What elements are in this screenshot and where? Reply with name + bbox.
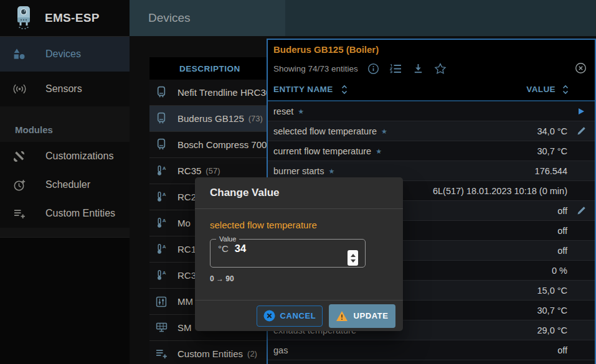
topbar-active-tab[interactable]: Devices	[130, 0, 285, 36]
sidebar-item-custom-entities[interactable]: Custom Entities	[0, 199, 130, 228]
value-field[interactable]: Value °C 34	[210, 235, 366, 268]
svg-text:A: A	[162, 218, 166, 223]
device-name: SM	[177, 322, 192, 333]
device-name: Buderus GB125	[177, 113, 244, 124]
svg-text:A: A	[162, 192, 166, 197]
thermostat-icon: A	[154, 269, 169, 281]
app-title: EMS-ESP	[45, 11, 100, 25]
stepper-down-icon[interactable]	[351, 259, 356, 263]
sensors-icon	[11, 84, 27, 94]
column-entity-name: ENTITY NAME	[273, 85, 333, 94]
entity-value: off	[557, 226, 567, 236]
device-name: Bosch Compress 700	[177, 139, 267, 150]
entity-row[interactable]: current flow temperature★30,7 °C	[268, 141, 595, 161]
thermostat-icon: A	[154, 243, 169, 255]
device-entity-count: (73)	[248, 114, 263, 123]
page-title: Devices	[148, 11, 191, 25]
entity-panel-toolbar: Showing 74/73 entities	[268, 58, 595, 78]
entity-value: 15,0 °C	[537, 286, 567, 296]
warning-icon	[336, 310, 348, 322]
entity-name: selected flow temperature★	[273, 126, 537, 136]
svg-text:A: A	[162, 270, 166, 276]
entity-value: 29,0 °C	[537, 325, 567, 335]
favorite-star-icon: ★	[381, 128, 387, 135]
sidebar-nav-modules: CustomizationsSchedulerCustom Entities	[0, 142, 130, 228]
thermostat-icon: A	[154, 217, 169, 229]
entity-name: gas	[273, 345, 557, 355]
download-icon[interactable]	[412, 63, 424, 75]
entity-value: 30,7 °C	[537, 306, 567, 315]
change-value-dialog: Change Value selected flow temperature V…	[195, 177, 403, 331]
list-plus-icon	[11, 208, 27, 219]
sidebar-item-customizations[interactable]: Customizations	[0, 142, 130, 170]
sidebar-footer-area	[0, 237, 130, 364]
mixer-icon	[154, 296, 169, 307]
entity-panel-title: Buderus GB125 (Boiler)	[268, 40, 595, 58]
sidebar-item-label: Devices	[45, 49, 81, 60]
topbar-background: Devices	[130, 0, 596, 36]
boiler-logo-icon	[12, 4, 35, 32]
sidebar-item-devices[interactable]: Devices	[0, 37, 130, 72]
thermostat-icon: A	[154, 191, 169, 203]
boiler-icon	[154, 112, 169, 125]
device-name: RC1	[177, 244, 196, 254]
cancel-circle-icon	[263, 310, 275, 322]
entity-table-header-row: ENTITY NAME VALUE	[268, 78, 595, 101]
device-name: Custom Entities	[177, 348, 243, 359]
entity-value: off	[557, 345, 567, 355]
thermostat-icon: A	[154, 165, 169, 177]
entity-row[interactable]: gasoff	[268, 340, 595, 360]
device-name: RC2	[177, 192, 196, 202]
close-icon[interactable]	[575, 62, 587, 74]
clock-plus-icon	[11, 179, 27, 192]
favorite-star-icon: ★	[376, 147, 382, 155]
number-stepper[interactable]	[348, 250, 358, 266]
topbar: EMS-ESP Devices	[0, 0, 596, 36]
device-name: Nefit Trendline HRC30	[177, 87, 271, 98]
sort-icon[interactable]	[341, 85, 348, 95]
entity-name: current flow temperature★	[273, 146, 537, 156]
entity-row[interactable]: selected flow temperature★34,0 °C	[268, 121, 595, 141]
entity-value: off	[557, 246, 567, 256]
device-entity-count: (2)	[247, 349, 257, 358]
list-numbered-icon[interactable]	[389, 63, 402, 74]
device-name: MM	[177, 296, 193, 307]
entity-value: 30,7 °C	[537, 146, 567, 156]
update-button[interactable]: UPDATE	[329, 304, 395, 328]
sidebar: DevicesSensors Modules CustomizationsSch…	[0, 36, 130, 364]
sidebar-item-sensors[interactable]: Sensors	[0, 72, 130, 106]
shapes-icon	[11, 48, 27, 60]
pencil-icon[interactable]	[567, 126, 595, 136]
favorite-star-icon: ★	[298, 108, 304, 115]
dialog-footer: CANCEL UPDATE	[195, 300, 403, 331]
toolbar-icons	[367, 63, 447, 75]
sidebar-item-label: Scheduler	[45, 179, 90, 190]
solar-icon	[154, 322, 169, 334]
list-plus-icon	[154, 348, 169, 359]
svg-text:A: A	[162, 166, 166, 171]
entity-row[interactable]: reset★	[268, 101, 595, 121]
value-unit: °C	[218, 243, 229, 254]
boiler-icon	[154, 138, 169, 151]
value-input[interactable]: 34	[235, 243, 246, 254]
sidebar-item-label: Sensors	[45, 83, 82, 95]
play-icon[interactable]	[567, 108, 595, 115]
info-icon[interactable]	[367, 63, 379, 75]
cancel-button[interactable]: CANCEL	[257, 306, 323, 327]
dialog-body: selected flow temperature Value °C 34 0 …	[195, 209, 403, 283]
device-name: Mo	[177, 218, 191, 228]
pencil-icon[interactable]	[567, 206, 595, 215]
device-name: RC3	[177, 270, 196, 281]
sort-icon[interactable]	[562, 85, 569, 95]
favorite-star-icon: ★	[328, 167, 334, 175]
entity-name: burner starts★	[273, 166, 535, 176]
value-range-hint: 0 → 90	[210, 274, 388, 283]
sidebar-item-scheduler[interactable]: Scheduler	[0, 170, 130, 199]
column-value: VALUE	[526, 85, 556, 94]
sidebar-nav-main: DevicesSensors	[0, 37, 130, 106]
tools-icon	[11, 150, 27, 162]
entity-value: 34,0 °C	[537, 126, 567, 136]
stepper-up-icon[interactable]	[351, 254, 356, 257]
star-outline-icon[interactable]	[434, 63, 447, 75]
sidebar-section-label: Modules	[15, 124, 130, 135]
